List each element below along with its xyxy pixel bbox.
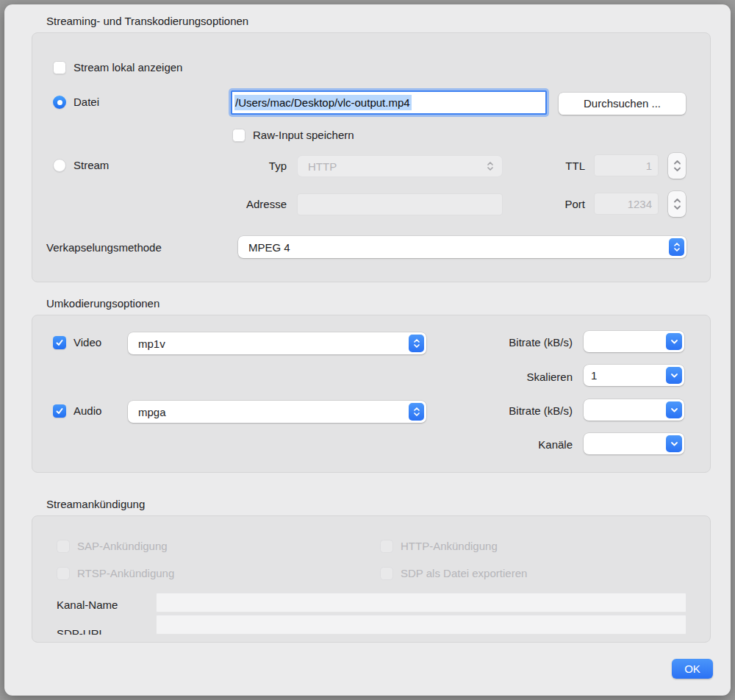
audio-codec-select[interactable]: mpga [128,401,426,423]
file-radio[interactable] [53,96,66,109]
video-bitrate-label: Bitrate (kB/s) [445,335,573,350]
check-icon [55,338,64,347]
video-bitrate-combo[interactable] [584,331,684,352]
address-input[interactable] [297,193,503,215]
type-label: Typ [225,159,287,174]
address-label: Adresse [218,197,287,212]
scale-combo[interactable]: 1 [584,365,684,386]
stream-radio-label: Stream [74,158,109,173]
sap-announce-label: SAP-Ankündigung [77,539,168,554]
video-label: Video [74,335,101,350]
http-announce-checkbox[interactable] [380,540,393,553]
video-codec-select[interactable]: mp1v [128,332,426,354]
raw-input-checkbox[interactable] [232,129,245,142]
ttl-value: 1 [646,160,652,172]
sap-announce-checkbox[interactable] [57,540,70,553]
check-icon [55,407,64,415]
radio-dot-icon [57,100,62,105]
sdp-export-checkbox[interactable] [380,567,393,580]
channels-combo[interactable] [584,433,684,454]
port-stepper[interactable] [668,191,686,217]
encapsulation-value: MPEG 4 [248,236,290,258]
port-value: 1234 [628,198,652,210]
sdp-url-label: SDP-URL [57,626,105,635]
encapsulation-select[interactable]: MPEG 4 [238,236,686,258]
rtsp-announce-label: RTSP-Ankündigung [77,566,174,581]
video-checkbox[interactable] [53,336,66,349]
type-select[interactable]: HTTP [297,155,503,177]
section-title-streaming: Streaming- und Transkodierungsoptionen [46,14,248,29]
audio-codec-value: mpga [138,401,166,423]
chevron-down-icon [666,401,682,418]
announce-group-box: SAP-Ankündigung HTTP-Ankündigung RTSP-An… [32,515,711,643]
sdp-url-label-clipped: SDP-URL [57,626,137,635]
audio-bitrate-combo[interactable] [584,399,684,421]
audio-checkbox[interactable] [53,404,66,418]
port-label: Port [548,197,585,212]
stream-local-label: Stream lokal anzeigen [74,60,182,75]
chevron-down-icon [666,367,682,384]
section-title-announce: Streamankündigung [46,497,145,512]
ttl-input[interactable]: 1 [594,154,659,176]
chevron-down-icon [666,333,682,350]
raw-input-label: Raw-Input speichern [253,128,354,143]
ttl-label: TTL [548,159,585,174]
sdp-url-input[interactable] [156,615,686,635]
ok-button[interactable]: OK [672,659,713,679]
rtsp-announce-checkbox[interactable] [57,567,70,580]
browse-button[interactable]: Durchsuchen ... [559,93,686,115]
section-title-transcode: Umkodierungsoptionen [46,296,159,311]
channels-label: Kanäle [445,438,573,452]
encapsulation-label: Verkapselungsmethode [46,240,162,255]
audio-label: Audio [74,404,101,418]
file-path-selected-text: /Users/mac/Desktop/vlc-output.mp4 [234,95,412,110]
chevron-up-down-icon [669,238,684,256]
type-select-value: HTTP [308,156,337,176]
sdp-export-label: SDP als Datei exportieren [401,566,527,581]
stepper-up-icon [673,160,681,165]
port-input[interactable]: 1234 [594,193,659,215]
video-codec-value: mp1v [138,332,165,354]
stepper-down-icon [673,167,681,172]
file-radio-label: Datei [74,95,99,110]
stream-local-checkbox[interactable] [53,61,66,74]
scale-label: Skalieren [445,370,573,385]
audio-bitrate-label: Bitrate (kB/s) [445,404,573,418]
ttl-stepper[interactable] [668,153,686,179]
channel-name-input[interactable] [156,593,686,612]
channel-name-label: Kanal-Name [57,598,118,612]
chevron-up-down-icon [409,335,424,352]
http-announce-label: HTTP-Ankündigung [401,539,498,554]
screen-backdrop: Streaming- und Transkodierungsoptionen S… [0,0,735,700]
stream-radio[interactable] [53,159,66,172]
chevron-up-down-icon [487,156,494,176]
file-path-input[interactable]: /Users/mac/Desktop/vlc-output.mp4 [231,90,547,115]
scale-value: 1 [591,365,597,386]
stepper-up-icon [673,198,681,203]
stream-output-dialog: Streaming- und Transkodierungsoptionen S… [4,4,731,696]
chevron-up-down-icon [409,403,424,421]
chevron-down-icon [666,435,682,452]
stepper-down-icon [673,205,681,210]
